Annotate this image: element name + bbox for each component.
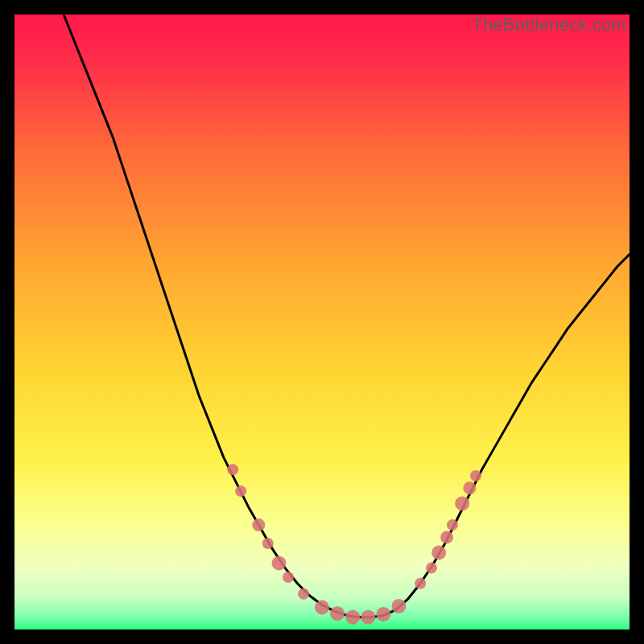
watermark-text: TheBottleneck.com	[472, 14, 626, 35]
data-point-marker	[252, 518, 265, 531]
data-point-marker	[440, 530, 453, 543]
data-point-marker	[315, 601, 329, 615]
gradient-background	[14, 14, 630, 630]
data-point-marker	[431, 546, 446, 560]
bottleneck-chart	[14, 14, 630, 630]
data-point-marker	[227, 464, 238, 475]
data-point-marker	[272, 555, 287, 570]
data-point-marker	[330, 606, 345, 621]
data-point-marker	[455, 496, 469, 510]
data-point-marker	[283, 572, 294, 583]
data-point-marker	[345, 610, 360, 625]
data-point-marker	[262, 538, 274, 549]
data-point-marker	[361, 610, 375, 625]
data-point-marker	[463, 481, 476, 494]
chart-frame: TheBottleneck.com	[14, 14, 630, 630]
data-point-marker	[415, 578, 426, 589]
data-point-marker	[447, 519, 458, 530]
data-point-marker	[376, 607, 390, 621]
data-point-marker	[298, 588, 309, 600]
data-point-marker	[470, 470, 481, 481]
data-point-marker	[426, 563, 437, 574]
data-point-marker	[235, 485, 246, 497]
data-point-marker	[392, 599, 407, 613]
